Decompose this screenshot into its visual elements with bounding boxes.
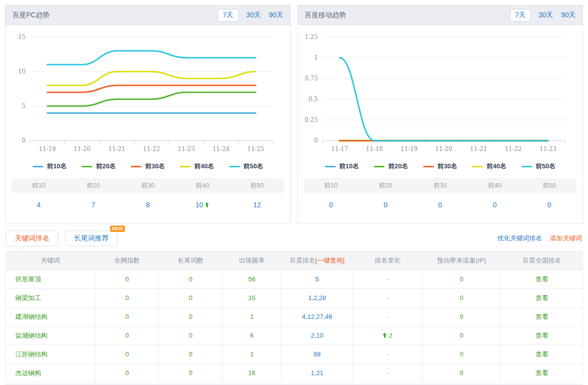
mobile-range-tab-7d[interactable]: 7天 bbox=[510, 9, 531, 22]
keywords-table-header-row: 关键词 全网指数 长尾词数 出现频率 百度排名[一键查询] 排名变化 预估带来流… bbox=[5, 252, 583, 270]
stats-value-cell: 4 bbox=[11, 201, 66, 209]
legend-item-3[interactable]: 前40名 bbox=[472, 162, 506, 171]
legend-line-swatch bbox=[325, 166, 336, 167]
stats-label: 前50 bbox=[522, 181, 577, 190]
legend-label: 前40名 bbox=[486, 162, 506, 171]
keywords-table: 关键词 全网指数 长尾词数 出现频率 百度排名[一键查询] 排名变化 预估带来流… bbox=[5, 251, 583, 383]
legend-line-swatch bbox=[374, 166, 385, 167]
traffic-cell: 0 bbox=[422, 308, 501, 326]
pc-stats-values: 4781012 bbox=[11, 193, 284, 217]
network-index-cell: 0 bbox=[95, 345, 159, 364]
rank-change-cell: - bbox=[353, 270, 422, 289]
add-keyword-link[interactable]: 添加关键词 bbox=[550, 234, 582, 243]
col-estimated-traffic: 预估带来流量(IP) bbox=[422, 252, 501, 270]
stats-value-cell: 0 bbox=[358, 201, 413, 209]
network-index-cell: 0 bbox=[95, 364, 159, 383]
svg-text:0: 0 bbox=[22, 137, 26, 144]
stats-value[interactable]: 10 bbox=[196, 201, 203, 209]
optimize-keyword-ranking-link[interactable]: 优化关键词排名 bbox=[497, 234, 542, 243]
stats-value[interactable]: 12 bbox=[253, 201, 261, 209]
legend-label: 前30名 bbox=[437, 162, 457, 171]
svg-text:0.75: 0.75 bbox=[305, 75, 318, 82]
stats-value[interactable]: 7 bbox=[91, 201, 95, 209]
legend-item-1[interactable]: 前20名 bbox=[374, 162, 408, 171]
stats-label: 前40 bbox=[468, 181, 522, 190]
pc-trend-panel: 百度PC趋势 7天 30天 90天 05101511-1911-2011-211… bbox=[5, 5, 291, 224]
legend-label: 前10名 bbox=[47, 162, 67, 171]
legend-line-swatch bbox=[229, 166, 240, 167]
mobile-trend-stats: 前10前20前30前40前50 00000 bbox=[304, 178, 577, 217]
mobile-trend-panel: 百度移动趋势 7天 30天 90天 00.250.50.7511.2511-17… bbox=[297, 5, 583, 224]
svg-text:5: 5 bbox=[22, 103, 26, 110]
pc-stats-labels: 前10前20前30前40前50 bbox=[11, 178, 284, 193]
legend-item-2[interactable]: 前30名 bbox=[131, 162, 165, 171]
traffic-cell: 0 bbox=[422, 345, 501, 364]
view-national-rank-link[interactable]: 查看 bbox=[535, 275, 548, 283]
legend-item-0[interactable]: 前10名 bbox=[33, 162, 67, 171]
baidu-rank-cell[interactable]: 1,2,28 bbox=[281, 289, 353, 308]
baidu-rank-cell[interactable]: 1,21 bbox=[281, 364, 353, 383]
legend-item-1[interactable]: 前20名 bbox=[81, 162, 116, 171]
legend-item-3[interactable]: 前40名 bbox=[180, 162, 214, 171]
view-national-rank-link[interactable]: 查看 bbox=[535, 369, 548, 377]
view-national-rank-link[interactable]: 查看 bbox=[535, 332, 548, 339]
stats-value[interactable]: 4 bbox=[37, 201, 40, 209]
stats-value[interactable]: 0 bbox=[548, 201, 551, 209]
baidu-rank-cell[interactable]: 2,10 bbox=[281, 326, 353, 345]
legend-line-swatch bbox=[180, 166, 191, 167]
stats-value[interactable]: 0 bbox=[493, 201, 497, 209]
pc-range-tab-30d[interactable]: 30天 bbox=[246, 11, 261, 20]
legend-item-0[interactable]: 前10名 bbox=[325, 162, 359, 171]
pc-range-tab-7d[interactable]: 7天 bbox=[218, 9, 238, 22]
one-click-query-link[interactable]: [一键查询] bbox=[315, 257, 345, 264]
stats-value-cell: 0 bbox=[468, 201, 522, 209]
pc-trend-title: 百度PC趋势 bbox=[12, 11, 49, 20]
mobile-trend-panel-header: 百度移动趋势 7天 30天 90天 bbox=[298, 5, 583, 25]
tab-keyword-ranking[interactable]: 关键词排名 bbox=[6, 231, 58, 246]
keywords-section: 关键词排名 长尾词推荐 NEW 优化关键词排名 添加关键词 关键词 全网指数 长… bbox=[5, 229, 583, 383]
legend-item-4[interactable]: 前50名 bbox=[521, 162, 555, 171]
legend-item-4[interactable]: 前50名 bbox=[229, 162, 263, 171]
longtail-count-cell: 0 bbox=[159, 270, 223, 289]
pc-range-tab-90d[interactable]: 90天 bbox=[269, 11, 283, 20]
mobile-range-tab-30d[interactable]: 30天 bbox=[539, 11, 553, 20]
mobile-range-tab-90d[interactable]: 90天 bbox=[561, 11, 576, 20]
baidu-rank-cell[interactable]: 5 bbox=[281, 270, 353, 289]
stats-label: 前30 bbox=[413, 181, 468, 190]
network-index-cell: 0 bbox=[95, 308, 159, 326]
baidu-rank-cell[interactable]: 88 bbox=[281, 345, 353, 364]
stats-value-cell: 8 bbox=[120, 201, 175, 209]
view-national-rank-link[interactable]: 查看 bbox=[535, 294, 548, 302]
legend-item-2[interactable]: 前30名 bbox=[423, 162, 457, 171]
svg-text:11-24: 11-24 bbox=[212, 146, 229, 153]
baidu-rank-cell[interactable]: 4,12,27,46 bbox=[281, 308, 353, 326]
stats-value[interactable]: 0 bbox=[384, 201, 388, 209]
stats-value[interactable]: 0 bbox=[438, 201, 442, 209]
stats-value-cell: 10 bbox=[175, 201, 230, 209]
up-arrow-icon bbox=[383, 333, 387, 338]
keyword-cell[interactable]: 江苏钢结构 bbox=[5, 345, 96, 364]
national-rank-cell: 查看 bbox=[501, 270, 583, 289]
svg-text:11-25: 11-25 bbox=[247, 146, 264, 153]
keyword-cell[interactable]: 建湖钢结构 bbox=[5, 308, 96, 326]
stats-value[interactable]: 8 bbox=[146, 201, 150, 209]
stats-value[interactable]: 0 bbox=[329, 201, 333, 209]
tab-longtail-recommend[interactable]: 长尾词推荐 NEW bbox=[65, 231, 118, 246]
svg-text:10: 10 bbox=[18, 68, 26, 75]
rank-change-cell: - bbox=[353, 364, 422, 383]
col-network-index: 全网指数 bbox=[95, 252, 159, 270]
keyword-cell[interactable]: 盐城钢结构 bbox=[5, 326, 96, 345]
svg-text:11-19: 11-19 bbox=[39, 146, 56, 153]
view-national-rank-link[interactable]: 查看 bbox=[535, 313, 548, 320]
table-row: 钢梁加工00151,2,28-0查看 bbox=[5, 289, 583, 308]
keyword-cell[interactable]: 钢梁加工 bbox=[5, 289, 96, 308]
keyword-cell[interactable]: 拱形屋顶 bbox=[5, 270, 96, 289]
table-row: 盐城钢结构0062,1020查看 bbox=[5, 326, 583, 345]
keyword-cell[interactable]: 杰达钢构 bbox=[5, 364, 96, 383]
stats-label: 前20 bbox=[358, 181, 413, 190]
stats-label: 前30 bbox=[120, 181, 175, 190]
svg-text:11-18: 11-18 bbox=[366, 146, 383, 153]
new-badge: NEW bbox=[110, 226, 125, 232]
svg-text:11-20: 11-20 bbox=[74, 146, 90, 153]
view-national-rank-link[interactable]: 查看 bbox=[535, 350, 548, 358]
